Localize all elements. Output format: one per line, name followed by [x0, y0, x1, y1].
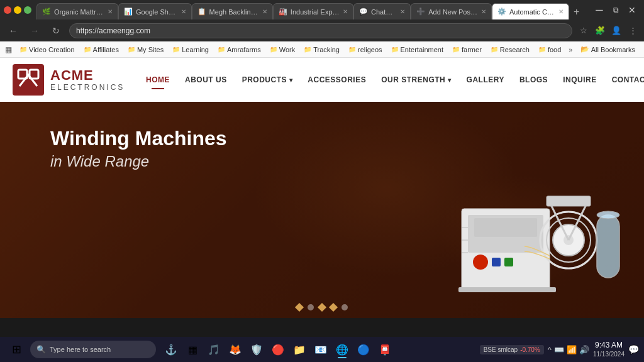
- nav-blogs[interactable]: BLOGS: [512, 70, 555, 89]
- tab-favicon: 🌿: [42, 8, 51, 16]
- network-icon[interactable]: 📶: [567, 345, 577, 354]
- notification-icon[interactable]: 💬: [628, 344, 639, 354]
- reload-button[interactable]: ↻: [48, 23, 64, 39]
- nav-gallery[interactable]: GALLERY: [459, 70, 512, 89]
- bookmark-religeos[interactable]: 📁 religeos: [345, 45, 386, 55]
- taskbar-grid-icon[interactable]: ▦: [182, 339, 203, 359]
- folder-icon: 📁: [128, 46, 135, 53]
- forward-button[interactable]: →: [26, 23, 43, 39]
- chevron-up-icon[interactable]: ^: [548, 345, 552, 354]
- bookmarks-bar: ▦ 📁 Video Creation 📁 Affiliates 📁 My Sit…: [0, 41, 644, 58]
- taskbar-edge-icon[interactable]: 🌐: [332, 339, 352, 359]
- tab-acme[interactable]: ⚙️ Automatic Coil... ✕: [492, 3, 570, 19]
- nav-home[interactable]: HOME: [138, 70, 177, 89]
- tab-close-icon[interactable]: ✕: [481, 8, 486, 15]
- bookmark-video-creation[interactable]: 📁 Video Creation: [16, 45, 79, 55]
- svg-rect-19: [597, 215, 619, 278]
- bookmark-learning[interactable]: 📁 Learning: [169, 45, 213, 55]
- back-button[interactable]: ←: [5, 23, 21, 39]
- minimize-button[interactable]: [14, 6, 21, 14]
- bookmark-label: Tracking: [313, 46, 340, 53]
- tab-industrial[interactable]: 🏭 Industrial Exper... ✕: [273, 3, 353, 19]
- time-display[interactable]: 9:43 AM 11/13/2024: [593, 341, 625, 359]
- nav-accessories[interactable]: ACCESSORIES: [300, 70, 374, 89]
- tab-label: Automatic Coil...: [509, 8, 556, 16]
- taskbar-firefox-icon[interactable]: 🦊: [225, 339, 245, 359]
- start-button[interactable]: ⊞: [5, 339, 28, 359]
- speaker-icon[interactable]: 🔊: [579, 345, 589, 354]
- bookmark-label: Entertainment: [401, 46, 443, 53]
- bookmark-farmer[interactable]: 📁 farmer: [448, 45, 486, 55]
- bookmark-work[interactable]: 📁 Work: [266, 45, 299, 55]
- bookmark-label: farmer: [462, 46, 482, 53]
- win-close-button[interactable]: ✕: [624, 2, 640, 18]
- hero-section: Winding Machines in Wide Range: [0, 102, 644, 318]
- tab-close-icon[interactable]: ✕: [181, 8, 186, 15]
- all-bookmarks-button[interactable]: 📂 All Bookmarks: [577, 44, 639, 55]
- time-value: 9:43 AM: [593, 341, 625, 351]
- new-tab-button[interactable]: +: [569, 4, 584, 19]
- bookmarks-more-icon[interactable]: »: [569, 46, 572, 53]
- menu-icon[interactable]: ⋮: [626, 25, 639, 37]
- address-input[interactable]: [69, 23, 572, 38]
- bookmark-my-sites[interactable]: 📁 My Sites: [124, 45, 167, 55]
- search-placeholder: Type here to search: [50, 346, 111, 353]
- win-restore-button[interactable]: ⧉: [608, 2, 624, 18]
- chevron-down-icon: ▾: [289, 77, 293, 84]
- tab-close-icon[interactable]: ✕: [400, 8, 405, 15]
- tab-favicon: 🏭: [279, 8, 287, 16]
- carousel-dot-3[interactable]: [318, 303, 326, 312]
- win-minimize-button[interactable]: ─: [591, 2, 608, 18]
- taskbar-search[interactable]: 🔍 Type here to search: [30, 341, 156, 358]
- taskbar-outlook-icon[interactable]: 📮: [375, 339, 395, 359]
- chevron-down-icon: ▾: [448, 77, 452, 84]
- tab-favicon: 💬: [359, 8, 368, 16]
- nav-about[interactable]: ABOUT US: [177, 70, 235, 89]
- extensions-icon[interactable]: 🧩: [594, 25, 606, 37]
- nav-inquire[interactable]: INQUIRE: [555, 70, 604, 89]
- bookmark-affiliates[interactable]: 📁 Affiliates: [80, 45, 123, 55]
- keyboard-icon[interactable]: ⌨️: [554, 345, 564, 354]
- tab-addpost[interactable]: ➕ Add New Post -... ✕: [411, 3, 492, 19]
- taskbar-opera-icon[interactable]: 🔴: [268, 339, 288, 359]
- nav-products[interactable]: PRODUCTS ▾: [235, 70, 301, 89]
- maximize-button[interactable]: [24, 6, 31, 14]
- tab-sheets[interactable]: 📊 Google Sheets ✕: [118, 3, 192, 19]
- carousel-dot-4[interactable]: [329, 303, 338, 312]
- tab-backlinks[interactable]: 📋 Megh Backlinks... ✕: [192, 3, 273, 19]
- tab-chatgpt[interactable]: 💬 ChatGPT ✕: [353, 3, 411, 19]
- bookmark-research[interactable]: 📁 Research: [487, 45, 533, 55]
- tab-close-icon[interactable]: ✕: [343, 8, 348, 15]
- tab-label: ChatGPT: [371, 8, 397, 16]
- machine-image: [424, 158, 625, 312]
- taskbar-chrome-icon[interactable]: 🔵: [353, 339, 374, 359]
- carousel-dot-2[interactable]: [308, 304, 314, 310]
- folder-icon: 📁: [348, 46, 356, 53]
- profile-icon[interactable]: 👤: [610, 25, 623, 37]
- tab-organic[interactable]: 🌿 Organic Mattres... ✕: [36, 3, 118, 19]
- bookmark-amrafarms[interactable]: 📁 Amrafarms: [214, 45, 265, 55]
- logo-svg: [17, 69, 40, 91]
- taskbar-ship-icon[interactable]: ⚓: [161, 339, 181, 359]
- tab-close-icon[interactable]: ✕: [108, 8, 113, 15]
- nav-strength[interactable]: OUR STRENGTH ▾: [374, 70, 458, 89]
- bookmark-entertainment[interactable]: 📁 Entertainment: [387, 45, 447, 55]
- close-button[interactable]: [4, 6, 11, 14]
- taskbar-brave-icon[interactable]: 🛡️: [247, 339, 267, 359]
- bookmark-tracking[interactable]: 📁 Tracking: [300, 45, 343, 55]
- bookmark-label: Affiliates: [93, 46, 119, 53]
- site-header: ACME ELECTRONICS HOME ABOUT US PRODUCTS …: [0, 58, 644, 102]
- taskbar-files-icon[interactable]: 📁: [289, 339, 309, 359]
- nav-contact[interactable]: CONTACT US: [604, 70, 644, 89]
- taskbar-spotify-icon[interactable]: 🎵: [204, 339, 224, 359]
- folder-icon: 📁: [172, 46, 180, 53]
- carousel-dot-1[interactable]: [295, 303, 304, 312]
- tab-close-icon[interactable]: ✕: [262, 8, 267, 15]
- folder-icon: 📁: [304, 46, 311, 53]
- tab-close-icon[interactable]: ✕: [558, 8, 564, 15]
- bookmark-food[interactable]: 📁 food: [535, 45, 565, 55]
- bookmark-icon[interactable]: ☆: [577, 25, 590, 37]
- svg-point-5: [473, 255, 488, 270]
- taskbar-mail-icon[interactable]: 📧: [311, 339, 331, 359]
- carousel-dot-5[interactable]: [341, 304, 348, 310]
